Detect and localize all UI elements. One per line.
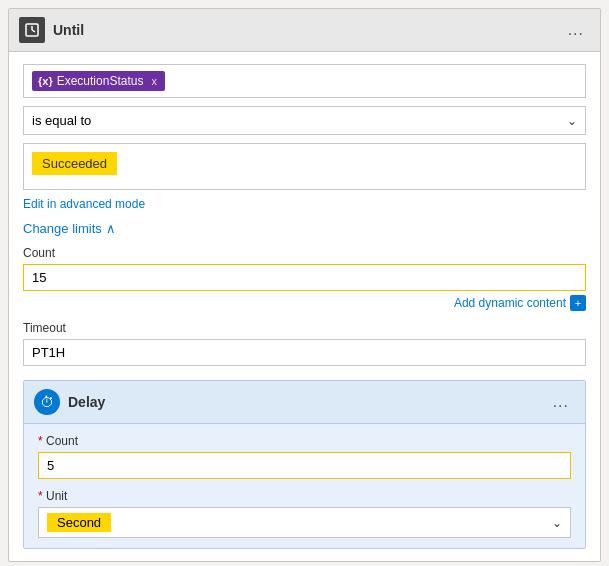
delay-unit-dropdown[interactable]: Second ⌄ (38, 507, 571, 538)
svg-line-2 (32, 30, 35, 32)
count-input-wrapper (23, 264, 586, 291)
delay-card-body: Count Unit Second ⌄ (24, 424, 585, 548)
header-ellipsis-button[interactable]: ... (562, 19, 590, 41)
card-title: Until (53, 22, 84, 38)
change-limits-label: Change limits (23, 221, 102, 236)
delay-count-input[interactable] (47, 458, 562, 473)
add-dynamic-icon[interactable]: + (570, 295, 586, 311)
card-body: {x} ExecutionStatus x is equal to ⌄ Succ… (9, 52, 600, 561)
operator-chevron-icon: ⌄ (567, 114, 577, 128)
delay-card-header: ⏱ Delay ... (24, 381, 585, 424)
header-left: Until (19, 17, 84, 43)
delay-icon-symbol: ⏱ (40, 394, 54, 410)
timeout-label: Timeout (23, 321, 586, 335)
delay-unit-value: Second (47, 513, 111, 532)
count-label: Count (23, 246, 586, 260)
add-dynamic-content-link[interactable]: Add dynamic content (454, 296, 566, 310)
until-card: Until ... {x} ExecutionStatus x is equal… (8, 8, 601, 562)
change-limits-chevron-icon: ∧ (106, 221, 116, 236)
token-fx-icon: {x} (38, 75, 53, 87)
delay-ellipsis-button[interactable]: ... (547, 391, 575, 413)
add-dynamic-row: Add dynamic content + (23, 295, 586, 311)
delay-unit-label: Unit (38, 489, 571, 503)
succeeded-badge: Succeeded (32, 152, 117, 175)
operator-dropdown[interactable]: is equal to ⌄ (23, 106, 586, 135)
delay-count-label: Count (38, 434, 571, 448)
delay-title: Delay (68, 394, 105, 410)
edit-advanced-mode-link[interactable]: Edit in advanced mode (23, 197, 145, 211)
token-close-button[interactable]: x (151, 75, 157, 87)
operator-value: is equal to (32, 113, 91, 128)
execution-status-token[interactable]: {x} ExecutionStatus x (32, 71, 165, 91)
condition-token-row: {x} ExecutionStatus x (23, 64, 586, 98)
timeout-input[interactable] (32, 345, 577, 360)
delay-clock-icon: ⏱ (34, 389, 60, 415)
change-limits-toggle[interactable]: Change limits ∧ (23, 221, 586, 236)
delay-header-left: ⏱ Delay (34, 389, 105, 415)
unit-chevron-icon: ⌄ (552, 516, 562, 530)
card-header: Until ... (9, 9, 600, 52)
token-label: ExecutionStatus (57, 74, 144, 88)
timeout-input-wrapper (23, 339, 586, 366)
delay-card: ⏱ Delay ... Count Unit Second ⌄ (23, 380, 586, 549)
delay-count-input-wrapper (38, 452, 571, 479)
condition-value-row: Succeeded (23, 143, 586, 190)
until-icon (19, 17, 45, 43)
count-input[interactable] (32, 270, 577, 285)
